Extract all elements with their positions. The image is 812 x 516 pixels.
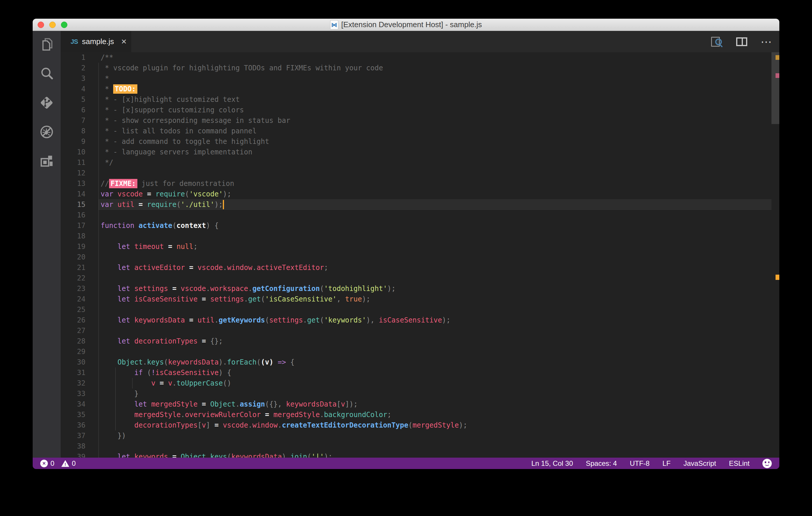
code-line: let decorationTypes = {}; bbox=[100, 336, 772, 347]
line-number: 31 bbox=[61, 368, 100, 378]
zoom-window-button[interactable] bbox=[61, 22, 67, 28]
code-line: /** bbox=[100, 52, 772, 63]
minimize-window-button[interactable] bbox=[49, 22, 56, 28]
code-line: function activate(context) { bbox=[100, 220, 772, 231]
activity-search[interactable] bbox=[33, 66, 61, 82]
debug-bug-icon bbox=[39, 124, 55, 141]
line-number: 39 bbox=[61, 452, 100, 458]
ruler-cursor-marker bbox=[776, 275, 779, 280]
status-item[interactable]: LF bbox=[662, 459, 671, 467]
code-line: * - show corresponding message in status… bbox=[100, 115, 772, 126]
code-line: let keywords = Object.keys(keywordsData)… bbox=[100, 452, 772, 458]
vscode-logo-icon: ⋈ bbox=[330, 20, 338, 29]
code-line bbox=[100, 441, 772, 452]
code-line bbox=[100, 347, 772, 357]
overview-ruler[interactable] bbox=[772, 52, 779, 458]
line-number: 38 bbox=[61, 441, 100, 452]
line-number: 12 bbox=[61, 168, 100, 178]
tab-sample-js[interactable]: JS sample.js ✕ bbox=[61, 31, 131, 52]
code-line bbox=[100, 304, 772, 315]
code-line: let keywordsData = util.getKeywords(sett… bbox=[100, 315, 772, 325]
tab-close-icon[interactable]: ✕ bbox=[121, 38, 127, 46]
status-item[interactable]: Ln 15, Col 30 bbox=[531, 459, 573, 467]
line-number: 10 bbox=[61, 147, 100, 157]
line-number: 30 bbox=[61, 357, 100, 368]
status-item[interactable]: UTF-8 bbox=[630, 459, 649, 467]
code-line: let mergedStyle = Object.assign({}, keyw… bbox=[100, 399, 772, 409]
code-line: * - list all todos in command pannel bbox=[100, 126, 772, 136]
text-cursor bbox=[223, 200, 224, 209]
warning-icon: ! bbox=[61, 460, 69, 467]
line-number: 27 bbox=[61, 325, 100, 336]
line-number: 17 bbox=[61, 220, 100, 231]
line-number: 16 bbox=[61, 210, 100, 220]
line-number: 13 bbox=[61, 178, 100, 189]
code-line: var vscode = require('vscode'); bbox=[100, 189, 772, 199]
code-editor[interactable]: 1234567891011121314151617181920212223242… bbox=[61, 52, 779, 458]
line-number: 20 bbox=[61, 252, 100, 262]
scrollbar-slider[interactable] bbox=[772, 52, 779, 124]
code-line: * TODO: bbox=[100, 84, 772, 94]
code-line: //FIXME: just for demonstration bbox=[100, 178, 772, 189]
line-number: 15 bbox=[61, 199, 100, 210]
line-number: 5 bbox=[61, 94, 100, 105]
line-number: 7 bbox=[61, 115, 100, 126]
activity-debug[interactable] bbox=[33, 124, 61, 141]
line-number: 35 bbox=[61, 409, 100, 420]
editor-actions: ⋯ bbox=[710, 31, 772, 52]
code-line: */ bbox=[100, 157, 772, 168]
gutter[interactable]: 1234567891011121314151617181920212223242… bbox=[61, 52, 100, 458]
code-line bbox=[100, 273, 772, 283]
line-number: 26 bbox=[61, 315, 100, 325]
line-number: 28 bbox=[61, 336, 100, 347]
open-preview-icon[interactable] bbox=[710, 36, 723, 47]
line-number: 24 bbox=[61, 294, 100, 304]
line-number: 32 bbox=[61, 378, 100, 388]
code-line: decorationTypes[v] = vscode.window.creat… bbox=[100, 420, 772, 431]
split-editor-icon[interactable] bbox=[736, 37, 747, 46]
code-line: } bbox=[100, 388, 772, 399]
line-number: 36 bbox=[61, 420, 100, 431]
feedback-smiley-icon[interactable] bbox=[762, 459, 772, 468]
code-line: * - add command to toggle the highlight bbox=[100, 136, 772, 147]
line-number: 11 bbox=[61, 157, 100, 168]
line-number: 23 bbox=[61, 283, 100, 294]
activity-extensions[interactable] bbox=[33, 154, 61, 170]
title-bar[interactable]: ⋈ [Extension Development Host] - sample.… bbox=[33, 19, 779, 31]
line-number: 14 bbox=[61, 189, 100, 199]
desktop: ⋈ [Extension Development Host] - sample.… bbox=[0, 0, 812, 516]
activity-source-control[interactable] bbox=[33, 95, 61, 111]
ruler-fixme-marker bbox=[776, 73, 779, 78]
code-line: var util = require('./util'); bbox=[100, 199, 772, 210]
status-item[interactable]: ESLint bbox=[729, 459, 750, 467]
status-right: Ln 15, Col 30Spaces: 4UTF-8LFJavaScriptE… bbox=[531, 459, 772, 468]
line-number: 6 bbox=[61, 105, 100, 115]
more-actions-icon[interactable]: ⋯ bbox=[761, 36, 772, 47]
search-icon bbox=[39, 66, 55, 83]
problems-errors[interactable]: ✕ 0 bbox=[40, 459, 54, 467]
problems-warnings[interactable]: ! 0 bbox=[61, 459, 76, 467]
code-line bbox=[100, 325, 772, 336]
code-line: if (!isCaseSensitive) { bbox=[100, 368, 772, 378]
line-number: 1 bbox=[61, 52, 100, 63]
extensions-icon bbox=[39, 153, 55, 170]
traffic-lights bbox=[38, 19, 67, 31]
line-number: 37 bbox=[61, 431, 100, 441]
code-line: * - language servers implementation bbox=[100, 147, 772, 157]
code-line: mergedStyle.overviewRulerColor = mergedS… bbox=[100, 409, 772, 420]
line-number: 8 bbox=[61, 126, 100, 136]
line-number: 34 bbox=[61, 399, 100, 409]
code-lines[interactable]: /** * vscode plugin for highlighting TOD… bbox=[100, 52, 772, 458]
status-item[interactable]: JavaScript bbox=[684, 459, 716, 467]
status-item[interactable]: Spaces: 4 bbox=[586, 459, 617, 467]
code-line bbox=[100, 252, 772, 262]
activity-explorer[interactable] bbox=[33, 37, 61, 53]
code-line: * - [x]support customizing colors bbox=[100, 105, 772, 115]
close-window-button[interactable] bbox=[38, 22, 44, 28]
line-number: 4 bbox=[61, 84, 100, 94]
line-number: 19 bbox=[61, 241, 100, 252]
line-number: 33 bbox=[61, 388, 100, 399]
line-number: 21 bbox=[61, 262, 100, 273]
line-number: 29 bbox=[61, 347, 100, 357]
code-line: v = v.toUpperCase() bbox=[100, 378, 772, 388]
